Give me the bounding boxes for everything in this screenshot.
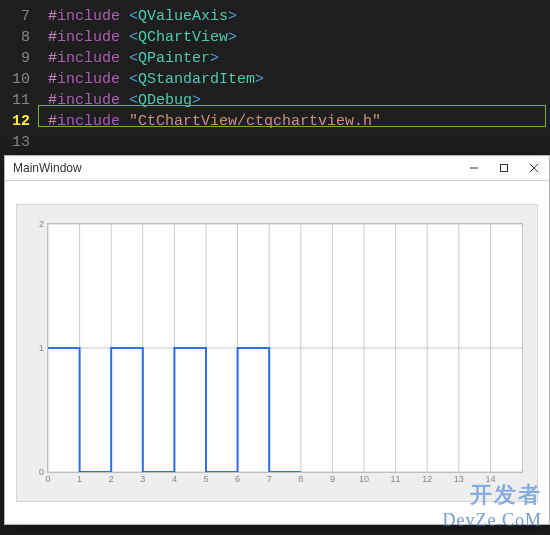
code-line[interactable]: #include "CtChartView/ctqchartview.h" [48, 111, 550, 132]
y-tick-label: 0 [39, 467, 44, 477]
window-title: MainWindow [13, 161, 459, 175]
x-tick-label: 11 [391, 474, 401, 484]
code-line[interactable] [48, 132, 550, 153]
x-tick-label: 0 [45, 474, 50, 484]
code-line[interactable]: #include <QPainter> [48, 48, 550, 69]
code-editor[interactable]: 78910111213 #include <QValueAxis>#includ… [0, 0, 550, 160]
svg-rect-1 [501, 165, 508, 172]
line-number: 10 [0, 69, 30, 90]
code-line[interactable]: #include <QChartView> [48, 27, 550, 48]
chart-view[interactable]: 01234567891011121314012 [16, 204, 538, 502]
line-number: 13 [0, 132, 30, 153]
x-tick-label: 5 [203, 474, 208, 484]
x-tick-label: 1 [77, 474, 82, 484]
line-number: 12 [0, 111, 30, 132]
y-tick-label: 1 [39, 343, 44, 353]
maximize-button[interactable] [489, 156, 519, 180]
series-path [48, 348, 301, 472]
x-tick-label: 10 [359, 474, 369, 484]
x-tick-label: 2 [109, 474, 114, 484]
x-tick-label: 9 [330, 474, 335, 484]
x-tick-label: 12 [422, 474, 432, 484]
minimize-button[interactable] [459, 156, 489, 180]
line-number: 7 [0, 6, 30, 27]
x-tick-label: 3 [140, 474, 145, 484]
line-number: 9 [0, 48, 30, 69]
x-tick-label: 13 [454, 474, 464, 484]
code-line[interactable]: #include <QDebug> [48, 90, 550, 111]
line-gutter: 78910111213 [0, 0, 38, 160]
titlebar[interactable]: MainWindow [5, 156, 549, 181]
x-tick-label: 6 [235, 474, 240, 484]
code-line[interactable]: #include <QStandardItem> [48, 69, 550, 90]
plot-area [47, 223, 523, 473]
line-number: 8 [0, 27, 30, 48]
window-client: 01234567891011121314012 [5, 181, 549, 524]
line-number: 11 [0, 90, 30, 111]
y-tick-label: 2 [39, 219, 44, 229]
code-line[interactable]: #include <QValueAxis> [48, 6, 550, 27]
chart-series [48, 224, 522, 472]
app-window: MainWindow 01234567891011121314012 [4, 155, 550, 525]
close-button[interactable] [519, 156, 549, 180]
code-area[interactable]: #include <QValueAxis>#include <QChartVie… [38, 0, 550, 160]
x-tick-label: 8 [298, 474, 303, 484]
x-tick-label: 7 [267, 474, 272, 484]
x-tick-label: 4 [172, 474, 177, 484]
x-tick-label: 14 [485, 474, 495, 484]
